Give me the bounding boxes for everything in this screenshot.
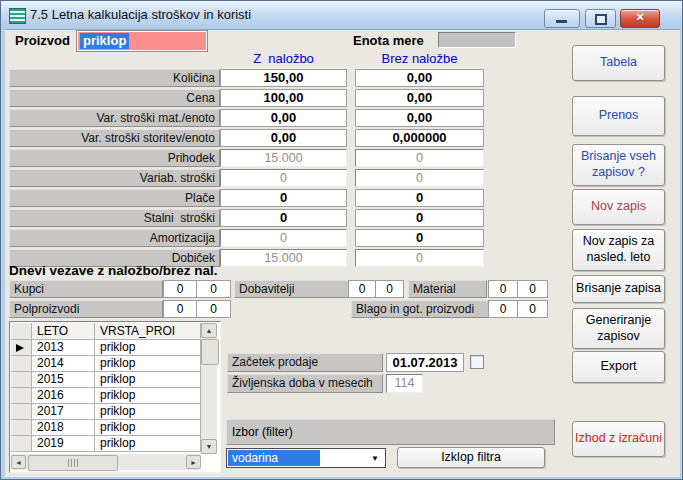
- app-icon: [9, 8, 26, 24]
- chevron-down-icon[interactable]: ▼: [371, 454, 379, 463]
- horizontal-scroll-thumb[interactable]: [28, 455, 118, 471]
- kolicina-with-field[interactable]: 150,00: [220, 69, 347, 87]
- zacetek-checkbox[interactable]: [470, 355, 484, 369]
- polproizvodi-value-1[interactable]: 0: [163, 300, 197, 318]
- row-label-place: Plače: [9, 189, 220, 207]
- tabela-button[interactable]: Tabela: [572, 45, 665, 81]
- grid-row-marker: [11, 420, 32, 436]
- scroll-up-icon[interactable]: ▲: [201, 323, 217, 338]
- grid-cell-leto[interactable]: 2017: [32, 404, 95, 420]
- dobavitelji-value-1[interactable]: 0: [348, 280, 376, 298]
- enota-mere-label: Enota mere: [353, 33, 424, 48]
- var-stroski-mat-with-field[interactable]: 0,00: [220, 109, 347, 127]
- prenos-button[interactable]: Prenos: [572, 96, 665, 136]
- polproizvodi-label: Polproizvodi: [9, 300, 163, 318]
- var-stroski-storitev-with-field[interactable]: 0,00: [220, 129, 347, 147]
- cena-without-field[interactable]: 0,00: [355, 89, 484, 107]
- proizvod-input[interactable]: priklop: [76, 30, 208, 52]
- grid-row-marker: [11, 436, 32, 452]
- grid-cell-leto[interactable]: 2015: [32, 372, 95, 388]
- grid-cell-vrsta[interactable]: priklop: [95, 356, 201, 372]
- row-label-kolicina: Količina: [9, 69, 220, 87]
- kupci-value-1[interactable]: 0: [163, 280, 197, 298]
- close-button[interactable]: ✕: [620, 9, 660, 28]
- material-value-2[interactable]: 0: [517, 280, 548, 298]
- row-label-amortizacija: Amortizacija: [9, 229, 220, 247]
- izklop-filtra-button[interactable]: Izklop filtra: [397, 447, 545, 468]
- export-button[interactable]: Export: [572, 351, 665, 383]
- grid-cell-vrsta[interactable]: priklop: [95, 388, 201, 404]
- izhod-z-izracuni-button[interactable]: Izhod z izračuni: [572, 421, 665, 457]
- row-label-stalni-stroski: Stalni stroški: [9, 209, 220, 227]
- amortizacija-without-field[interactable]: 0: [355, 229, 484, 247]
- grid-cell-leto[interactable]: 2018: [32, 420, 95, 436]
- row-label-prihodek: Prihodek: [9, 149, 220, 167]
- dobavitelji-value-2[interactable]: 0: [375, 280, 404, 298]
- grid-cell-leto[interactable]: 2019: [32, 436, 95, 452]
- grid-header-leto[interactable]: LETO: [32, 323, 95, 340]
- proizvod-value-selected: priklop: [80, 33, 129, 49]
- vertical-scrollbar[interactable]: ▲ ▼: [201, 323, 217, 454]
- maximize-button[interactable]: [585, 9, 616, 28]
- filter-selected-value: vodarina: [228, 450, 320, 466]
- filter-combobox[interactable]: vodarina ▼: [226, 448, 386, 468]
- grid-cell-vrsta[interactable]: priklop: [95, 340, 201, 356]
- years-grid[interactable]: LETO VRSTA_PROI 2013 priklop 2014 priklo…: [9, 321, 221, 473]
- minimize-button[interactable]: [544, 9, 580, 28]
- grid-cell-leto[interactable]: 2014: [32, 356, 95, 372]
- scroll-down-icon[interactable]: ▼: [201, 439, 217, 454]
- nov-zapis-nasled-leto-button[interactable]: Nov zapis za nasled. leto: [572, 229, 665, 271]
- var-stroski-storitev-without-field[interactable]: 0,000000: [355, 129, 484, 147]
- zivljenska-doba-field: 114: [386, 374, 423, 393]
- prihodek-with-field: 15.000: [220, 149, 347, 167]
- grid-row-marker: [11, 356, 32, 372]
- polproizvodi-value-2[interactable]: 0: [196, 300, 231, 318]
- stalni-stroski-with-field[interactable]: 0: [220, 209, 347, 227]
- generiranje-zapisov-button[interactable]: Generiranje zapisov: [572, 308, 665, 349]
- grid-cell-vrsta[interactable]: priklop: [95, 420, 201, 436]
- var-stroski-mat-without-field[interactable]: 0,00: [355, 109, 484, 127]
- scroll-right-icon[interactable]: ►: [186, 455, 201, 469]
- title-bar[interactable]: 7.5 Letna kalkulacija stroškov in korist…: [1, 1, 683, 30]
- horizontal-scrollbar[interactable]: ◄ ►: [11, 454, 201, 470]
- grid-cell-vrsta[interactable]: priklop: [95, 436, 201, 452]
- brisanje-zapisa-button[interactable]: Brisanje zapisa: [572, 275, 665, 303]
- material-label: Material: [408, 280, 487, 298]
- cena-with-field[interactable]: 100,00: [220, 89, 347, 107]
- prihodek-without-field: 0: [355, 149, 484, 167]
- nov-zapis-button[interactable]: Nov zapis: [572, 189, 665, 225]
- column-header-z-nalozbo: Z naložbo: [220, 51, 347, 65]
- window-border-left: [1, 29, 5, 480]
- row-label-var-stroski-storitev: Var. stroški storitev/enoto: [9, 129, 220, 147]
- material-value-1[interactable]: 0: [488, 280, 518, 298]
- variab-stroski-without-field: 0: [355, 169, 484, 187]
- kupci-value-2[interactable]: 0: [196, 280, 231, 298]
- place-without-field[interactable]: 0: [355, 189, 484, 207]
- grid-header-vrsta-proi[interactable]: VRSTA_PROI: [95, 323, 201, 340]
- blago-value-1[interactable]: 0: [488, 300, 518, 318]
- app-window: 7.5 Letna kalkulacija stroškov in korist…: [0, 0, 683, 480]
- zacetek-prodaje-field[interactable]: 01.07.2013: [386, 353, 464, 372]
- grid-cell-leto[interactable]: 2013: [32, 340, 95, 356]
- grid-cell-vrsta[interactable]: priklop: [95, 404, 201, 420]
- grid-cell-vrsta[interactable]: priklop: [95, 372, 201, 388]
- amortizacija-with-field: 0: [220, 229, 347, 247]
- thumb-grip-icon: [68, 459, 78, 467]
- blago-value-2[interactable]: 0: [517, 300, 548, 318]
- dobavitelji-label: Dobavitelji: [234, 280, 351, 298]
- scroll-left-icon[interactable]: ◄: [11, 455, 26, 469]
- dobicek-without-field: 0: [355, 249, 484, 267]
- dobicek-with-field: 15.000: [220, 249, 347, 267]
- grid-row-marker: [11, 372, 32, 388]
- minimize-icon: [556, 20, 567, 23]
- dnevi-vezave-header: Dnevi vezave z naložbo/brez nal.: [9, 263, 218, 278]
- enota-mere-field: [438, 32, 516, 48]
- vertical-scroll-thumb[interactable]: [201, 339, 219, 365]
- zivljenska-doba-label: Življenska doba v mesecih: [227, 374, 383, 393]
- kolicina-without-field[interactable]: 0,00: [355, 69, 484, 87]
- place-with-field[interactable]: 0: [220, 189, 347, 207]
- grid-cell-leto[interactable]: 2016: [32, 388, 95, 404]
- row-label-var-stroski-mat: Var. stroški mat./enoto: [9, 109, 220, 127]
- brisanje-vseh-zapisov-button[interactable]: Brisanje vseh zapisov ?: [572, 144, 665, 186]
- stalni-stroski-without-field[interactable]: 0: [355, 209, 484, 227]
